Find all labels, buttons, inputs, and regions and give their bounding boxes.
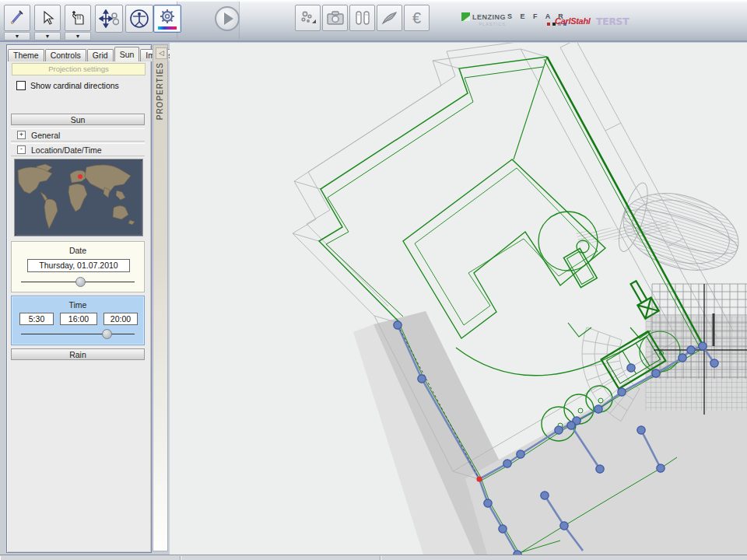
status-segment (181, 556, 381, 560)
select-tool-button[interactable] (34, 5, 61, 31)
node-handle[interactable] (657, 464, 665, 472)
vitruvian-man-icon (129, 9, 149, 29)
node-handle[interactable] (503, 460, 511, 467)
node-handle[interactable] (710, 359, 718, 367)
node-handle[interactable] (652, 369, 660, 377)
render-settings-button[interactable] (153, 5, 181, 33)
node-handle[interactable] (637, 426, 645, 434)
cardinal-directions-checkbox[interactable] (16, 81, 26, 90)
time-group: Time 5:30 16:00 20:00 (11, 296, 145, 345)
add-figure-tool-button[interactable] (65, 5, 91, 31)
projection-settings-button[interactable]: Projection settings (12, 63, 146, 75)
node-handle[interactable] (560, 522, 568, 530)
collapse-left-icon[interactable]: ◁ (156, 47, 167, 59)
node-handle[interactable] (627, 364, 635, 372)
spools-button[interactable] (349, 5, 375, 31)
tab-theme[interactable]: Theme (8, 49, 44, 61)
pencil-tool-button[interactable] (4, 5, 30, 31)
node-handle[interactable] (618, 388, 626, 396)
section-location-date-time[interactable]: - Location/Date/Time (11, 143, 145, 156)
carl-stahl-logo: CarlStahl (555, 16, 591, 26)
panel-tab-bar: Theme Controls Grid Sun Images (8, 47, 149, 61)
node-handle[interactable] (517, 450, 524, 458)
euro-button[interactable]: € (404, 5, 430, 31)
transform-tool-button[interactable] (95, 5, 123, 33)
add-figure-icon (69, 9, 86, 26)
date-slider-thumb[interactable] (75, 277, 86, 287)
euro-icon: € (412, 9, 421, 27)
node-handle[interactable] (541, 492, 549, 499)
world-map[interactable] (14, 159, 143, 236)
lenzing-text: LENZING (472, 13, 506, 21)
status-bar (0, 555, 747, 560)
expand-plus-icon[interactable]: + (17, 131, 26, 139)
date-label: Date (12, 246, 144, 255)
particles-button[interactable] (295, 5, 321, 31)
time-slider-thumb[interactable] (102, 329, 112, 339)
particles-icon (300, 9, 317, 26)
node-handle[interactable] (699, 342, 707, 350)
time-label: Time (12, 300, 144, 310)
color-gradient-bar (158, 26, 177, 30)
camera-icon (326, 10, 345, 26)
select-tool-dropdown[interactable]: ▼ (34, 32, 61, 40)
outline-logo-text: TERST (596, 16, 629, 27)
render-settings-gear-icon (160, 9, 175, 24)
current-time-input[interactable]: 16:00 (60, 313, 97, 325)
node-handle[interactable] (594, 405, 602, 413)
properties-tab-label: PROPERTIES (156, 62, 164, 120)
add-figure-tool-dropdown[interactable]: ▼ (65, 32, 91, 40)
node-handle[interactable] (418, 375, 426, 383)
sunset-time-input[interactable]: 20:00 (103, 313, 138, 325)
site-plan-drawing (170, 43, 747, 555)
spools-icon (354, 9, 371, 26)
node-handle[interactable] (596, 465, 604, 473)
cursor-icon (40, 10, 55, 26)
world-map-image (15, 159, 141, 234)
play-button[interactable] (215, 6, 240, 31)
node-handle[interactable] (687, 346, 695, 354)
viewport-canvas[interactable] (170, 43, 747, 555)
outline-logo: TERST (596, 16, 629, 27)
mannequin-button[interactable] (125, 5, 153, 33)
lenzing-mark-icon (461, 12, 470, 21)
section-location-label: Location/Date/Time (31, 145, 102, 155)
node-handle[interactable] (679, 354, 686, 362)
section-general-label: General (31, 131, 60, 140)
node-handle[interactable] (555, 426, 563, 434)
play-icon (224, 12, 233, 25)
location-marker-dot (78, 174, 82, 179)
time-slider[interactable] (21, 334, 135, 334)
node-handle[interactable] (394, 321, 402, 329)
lenzing-logo: LENZING PLASTICS (461, 12, 506, 26)
pencil-tool-dropdown[interactable]: ▼ (4, 32, 30, 40)
tab-sun[interactable]: Sun (114, 47, 140, 61)
cardinal-directions-label: Show cardinal directions (30, 81, 119, 90)
collapse-minus-icon[interactable]: - (17, 145, 26, 154)
main-toolbar: ▼ ▼ ▼ (0, 0, 747, 42)
transform-icon (99, 9, 119, 28)
camera-button[interactable] (322, 5, 348, 31)
tab-grid[interactable]: Grid (87, 49, 114, 61)
tab-controls[interactable]: Controls (45, 49, 86, 61)
date-input[interactable]: Thursday, 01.07.2010 (27, 259, 130, 272)
date-group: Date Thursday, 01.07.2010 (11, 241, 145, 292)
sunrise-time-input[interactable]: 5:30 (19, 313, 54, 325)
status-segment (0, 556, 181, 560)
rain-section-header[interactable]: Rain (11, 348, 145, 360)
properties-side-tab[interactable]: ◁ PROPERTIES (153, 44, 168, 551)
carl-stahl-text: CarlStahl (555, 16, 591, 26)
date-slider[interactable] (21, 282, 135, 282)
cardinal-directions-row: Show cardinal directions (16, 81, 119, 90)
node-handle[interactable] (567, 422, 575, 429)
feather-button[interactable] (377, 5, 402, 31)
pencil-icon (9, 9, 26, 26)
sun-section-header[interactable]: Sun (11, 114, 145, 125)
feather-icon (381, 10, 399, 26)
selected-node-handle[interactable] (476, 476, 482, 481)
section-general[interactable]: + General (11, 128, 145, 142)
spiral-stair-plan (538, 212, 598, 288)
lenzing-subtext: PLASTICS (461, 22, 506, 26)
node-handle[interactable] (484, 499, 492, 507)
node-handle[interactable] (499, 525, 507, 533)
